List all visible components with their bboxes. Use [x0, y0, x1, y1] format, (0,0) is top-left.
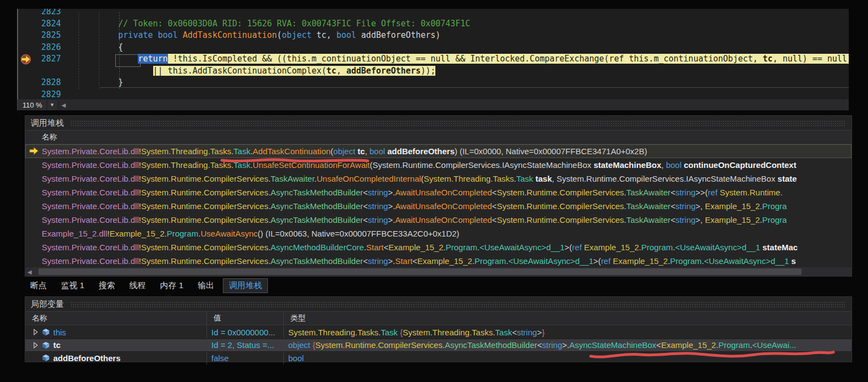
current-frame-arrow-icon: [29, 147, 39, 155]
column-header-name[interactable]: 名称: [25, 312, 206, 325]
tab-callstack-active[interactable]: 调用堆栈: [223, 278, 268, 293]
debugger-window: 2823 2824 // Token: 0x06003D0A RID: 1562…: [0, 0, 868, 382]
variable-value[interactable]: Id = 2, Status =...: [206, 339, 283, 352]
code-line[interactable]: 2825 private bool AddTaskContinuation(ob…: [18, 30, 849, 42]
callstack-frame[interactable]: System.Private.CoreLib.dll!System.Runtim…: [25, 172, 852, 186]
code-line[interactable]: 2826 {: [18, 42, 849, 54]
variable-cube-icon: [42, 341, 50, 349]
code-line[interactable]: 2824 // Token: 0x06003D0A RID: 15626 RVA…: [18, 18, 849, 30]
variable-cube-icon: [42, 328, 50, 336]
editor-status-bar: 110 % ▼ ◀: [17, 99, 849, 110]
callstack-frame[interactable]: Example_15_2.dll!Example_15_2.Program.Us…: [25, 227, 852, 240]
line-number[interactable]: 2824: [18, 18, 69, 30]
tab-threads[interactable]: 线程: [124, 279, 152, 293]
variable-name: addBeforeOthers: [53, 353, 121, 363]
expander-icon[interactable]: [33, 329, 38, 335]
locals-panel-title: 局部变量: [25, 297, 852, 311]
tab-breakpoints[interactable]: 断点: [25, 279, 52, 293]
panel-title-texture: [70, 120, 846, 126]
variable-name: tc: [53, 340, 60, 350]
scroll-left-icon[interactable]: ◀: [27, 269, 32, 275]
locals-title-text: 局部变量: [31, 299, 64, 310]
variable-type: object {System.Runtime.CompilerServices.…: [283, 339, 852, 352]
chevron-down-icon: ▼: [49, 102, 54, 108]
code-line-wrap[interactable]: || this.AddTaskContinuationComplex(tc, a…: [18, 65, 849, 77]
line-number[interactable]: 2828: [18, 77, 69, 89]
zoom-dropdown-button[interactable]: ▼: [47, 99, 57, 110]
callstack-frame-current[interactable]: System.Private.CoreLib.dll!System.Thread…: [25, 144, 852, 158]
locals-panel: 局部变量 名称 值 类型 this Id = 0x0000000... Syst…: [25, 296, 852, 362]
callstack-frame[interactable]: System.Private.CoreLib.dll!System.Thread…: [25, 158, 852, 172]
local-variable-row-this[interactable]: this Id = 0x0000000... System.Threading.…: [25, 325, 852, 339]
tab-memory-1[interactable]: 内存 1: [155, 279, 189, 293]
line-number[interactable]: 2829: [18, 89, 69, 100]
callstack-panel-title: 调用堆栈: [25, 116, 852, 130]
local-variable-row-addbeforeothers[interactable]: addBeforeOthers false bool: [25, 351, 852, 364]
locals-column-headers: 名称 值 类型: [25, 311, 852, 325]
scrollbar-thumb[interactable]: [38, 268, 802, 275]
scroll-left-icon[interactable]: ◀: [61, 102, 66, 108]
code-line-current-statement[interactable]: 2827 return !this.IsCompleted && ((this.…: [18, 53, 849, 65]
debug-panel-tabs: 断点 监视 1 搜索 线程 内存 1 输出 调用堆栈: [25, 278, 268, 293]
line-number[interactable]: 2825: [18, 30, 69, 42]
column-header-type[interactable]: 类型: [283, 312, 852, 325]
code-line[interactable]: 2829: [18, 89, 849, 100]
callstack-frame[interactable]: System.Private.CoreLib.dll!System.Runtim…: [25, 213, 852, 227]
local-variable-row-tc[interactable]: tc Id = 2, Status =... object {System.Ru…: [25, 339, 852, 352]
code-editor[interactable]: 2823 2824 // Token: 0x06003D0A RID: 1562…: [17, 9, 849, 99]
zoom-level-value: 110 %: [23, 101, 42, 109]
callstack-frame[interactable]: System.Private.CoreLib.dll!System.Runtim…: [25, 254, 852, 268]
line-number[interactable]: 2823: [18, 9, 69, 18]
editor-horizontal-scrollbar[interactable]: ◀: [59, 99, 849, 110]
zoom-level-select[interactable]: 110 %: [18, 99, 47, 110]
tab-watch-1[interactable]: 监视 1: [55, 279, 90, 293]
tab-search[interactable]: 搜索: [93, 279, 121, 293]
variable-type: System.Threading.Tasks.Task {System.Thre…: [283, 326, 852, 339]
current-statement-arrow-icon: [20, 54, 32, 65]
tab-output[interactable]: 输出: [192, 279, 220, 293]
callstack-frame[interactable]: System.Private.CoreLib.dll!System.Runtim…: [25, 199, 852, 213]
variable-name: this: [53, 328, 66, 337]
callstack-panel: 调用堆栈 名称 System.Private.CoreLib.dll!Syste…: [25, 115, 852, 277]
line-number[interactable]: 2826: [18, 42, 69, 54]
expander-icon[interactable]: [33, 342, 38, 349]
callstack-column-header[interactable]: 名称: [25, 130, 852, 144]
callstack-horizontal-scrollbar[interactable]: ◀: [25, 267, 852, 276]
callstack-frame[interactable]: System.Private.CoreLib.dll!System.Runtim…: [25, 240, 852, 254]
variable-value[interactable]: Id = 0x0000000...: [206, 326, 283, 339]
callstack-frame[interactable]: System.Private.CoreLib.dll!System.Runtim…: [25, 186, 852, 199]
variable-cube-icon: [42, 354, 50, 362]
code-lines: 2823 2824 // Token: 0x06003D0A RID: 1562…: [18, 9, 849, 99]
column-header-value[interactable]: 值: [206, 312, 283, 325]
callstack-title-text: 调用堆栈: [31, 118, 64, 128]
variable-type: bool: [283, 352, 852, 364]
variable-value[interactable]: false: [206, 352, 283, 364]
panel-title-texture: [70, 301, 846, 307]
code-line[interactable]: 2828 }: [18, 77, 849, 89]
code-line[interactable]: 2823: [18, 9, 849, 18]
